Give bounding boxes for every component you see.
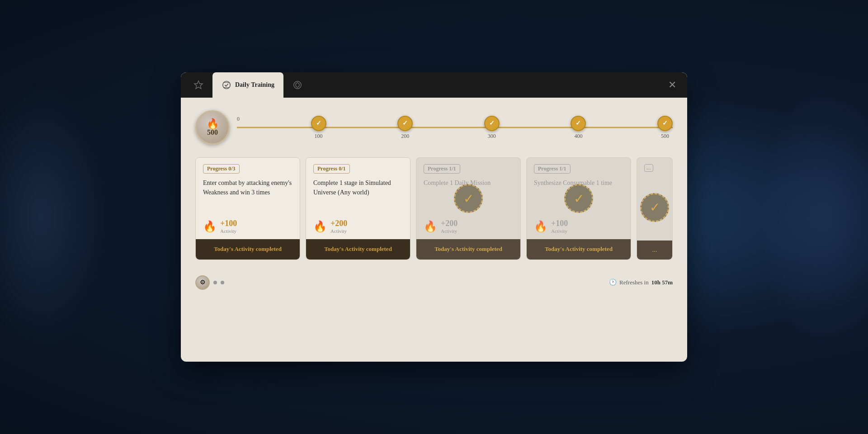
milestone-200: ✓ 200 [397,116,413,140]
tab-other[interactable] [283,72,311,98]
task-1-reward-icon: 🔥 [203,220,217,233]
task-2-progress-badge: Progress 0/1 [313,164,350,174]
clock-icon: 🕐 [609,278,617,286]
tab-daily-training-label: Daily Training [235,81,274,89]
milestone-0: 0 [237,116,240,140]
task-1-reward-label: Activity [220,228,237,234]
footer-dot-2 [221,281,224,284]
milestone-500: ✓ 500 [657,116,673,140]
milestone-500-label: 500 [661,133,669,140]
task-3-progress-badge: Progress 1/1 [424,164,460,174]
progress-section: 🔥 500 0 ✓ 100 ✓ [195,110,673,145]
main-panel: ✿ 🐰 ✾ ❀ Daily Training [181,72,687,362]
milestone-200-check: ✓ [397,116,413,131]
milestone-100-label: 100 [315,133,323,140]
task-3-reward-amount: +200 [441,219,458,228]
task-1-reward-amount: +100 [220,219,237,228]
footer-left: ⚙ [195,275,224,290]
task-4-check-icon: ✓ [574,191,584,206]
task-2-footer[interactable]: Today's Activity completed [306,239,410,259]
task-card-3-inner: Progress 1/1 Complete 1 Daily Mission 🔥 … [416,158,520,239]
task-2-reward: 🔥 +200 Activity [313,219,403,234]
guide-icon: ⚙ [195,275,210,290]
orb-fire-icon: 🔥 [207,119,219,129]
task-3-footer[interactable]: Today's Activity completed [416,239,520,259]
refresh-timer: 🕐 Refreshes in 10h 57m [609,278,673,286]
task-card-1: Progress 0/3 Enter combat by attacking e… [195,157,300,260]
task-4-reward: 🔥 +100 Activity [534,219,623,234]
milestone-400-check: ✓ [571,116,586,131]
task-2-description: Complete 1 stage in Simulated Universe (… [313,178,403,213]
task-1-description: Enter combat by attacking enemy's Weakne… [203,178,292,213]
task-4-reward-amount: +100 [551,219,568,228]
task-cards-grid: Progress 0/3 Enter combat by attacking e… [195,157,673,260]
milestone-100-check: ✓ [311,116,326,131]
task-card-4: Progress 1/1 Synthesize Consumable 1 tim… [526,157,631,260]
milestone-100: ✓ 100 [311,116,326,140]
task-card-1-inner: Progress 0/3 Enter combat by attacking e… [196,158,300,239]
tab-daily-training[interactable]: Daily Training [212,72,283,98]
refresh-time: 10h 57m [651,279,673,286]
task-1-reward: 🔥 +100 Activity [203,219,292,234]
task-card-2: Progress 0/1 Complete 1 stage in Simulat… [306,157,410,260]
milestone-300: ✓ 300 [484,116,500,140]
refresh-label: Refreshes in [619,279,649,286]
task-4-completed-overlay: ✓ [564,184,593,213]
task-3-reward: 🔥 +200 Activity [424,219,513,234]
tab-guide[interactable] [184,72,212,98]
milestone-500-check: ✓ [657,116,673,131]
task-2-reward-amount: +200 [330,219,347,228]
progress-track: 0 ✓ 100 ✓ 200 ✓ 300 [237,118,673,137]
task-3-check-icon: ✓ [463,191,474,206]
task-1-footer[interactable]: Today's Activity completed [196,239,300,259]
task-5-check-icon: ✓ [650,200,660,215]
task-4-footer[interactable]: Today's Activity completed [527,239,631,259]
panel-body: 🔥 500 0 ✓ 100 ✓ [181,98,687,271]
task-4-reward-icon: 🔥 [534,220,547,233]
svg-marker-0 [194,81,203,89]
milestones-container: 0 ✓ 100 ✓ 200 ✓ 300 [237,116,673,140]
task-5-footer: … [637,241,672,259]
milestone-0-label: 0 [237,116,240,123]
task-5-progress-badge: … [644,164,653,172]
milestone-200-label: 200 [401,133,409,140]
panel-footer: ⚙ 🕐 Refreshes in 10h 57m [181,271,687,296]
task-3-completed-overlay: ✓ [454,184,483,213]
tab-bar: Daily Training ✕ [181,72,687,98]
task-1-progress-badge: Progress 0/3 [203,164,240,174]
close-button[interactable]: ✕ [661,72,684,98]
task-2-reward-label: Activity [330,228,347,234]
task-card-2-inner: Progress 0/1 Complete 1 stage in Simulat… [306,158,410,239]
milestone-400: ✓ 400 [571,116,586,140]
activity-orb: 🔥 500 [195,110,230,145]
task-2-reward-icon: 🔥 [313,220,327,233]
task-card-5-inner: … ✓ [637,158,672,241]
task-3-reward-icon: 🔥 [424,220,437,233]
task-3-reward-label: Activity [441,228,458,234]
task-4-reward-label: Activity [551,228,568,234]
milestone-300-check: ✓ [484,116,500,131]
footer-dot-1 [213,281,217,284]
task-card-4-inner: Progress 1/1 Synthesize Consumable 1 tim… [527,158,631,239]
milestone-300-label: 300 [488,133,496,140]
task-4-progress-badge: Progress 1/1 [534,164,571,174]
orb-value: 500 [207,129,218,136]
task-card-5: … ✓ … [637,157,673,260]
task-card-3: Progress 1/1 Complete 1 Daily Mission 🔥 … [416,157,521,260]
milestone-400-label: 400 [574,133,582,140]
task-5-completed-overlay: ✓ [640,193,669,222]
